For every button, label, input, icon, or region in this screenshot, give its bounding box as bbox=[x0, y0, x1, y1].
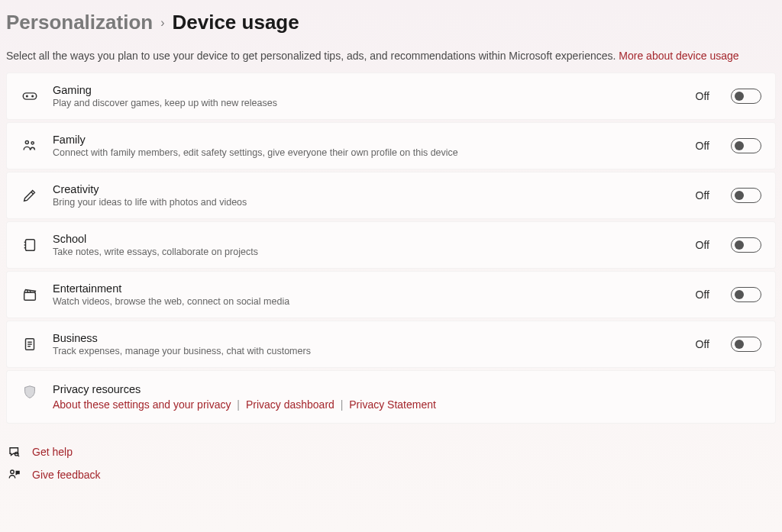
shield-icon bbox=[21, 383, 39, 401]
setting-title: Entertainment bbox=[53, 282, 682, 295]
svg-point-2 bbox=[32, 95, 34, 97]
help-icon bbox=[8, 445, 21, 459]
setting-desc: Take notes, write essays, collaborate on… bbox=[53, 247, 682, 257]
toggle-state-label: Off bbox=[696, 189, 709, 202]
chevron-right-icon: › bbox=[160, 16, 164, 30]
toggle-business[interactable] bbox=[731, 337, 761, 352]
setting-row-school: School Take notes, write essays, collabo… bbox=[6, 221, 776, 269]
svg-rect-0 bbox=[23, 93, 36, 99]
privacy-links: About these settings and your privacy | … bbox=[53, 398, 761, 411]
toggle-creativity[interactable] bbox=[731, 188, 761, 203]
privacy-link-statement[interactable]: Privacy Statement bbox=[349, 398, 436, 411]
svg-point-3 bbox=[25, 140, 28, 143]
setting-row-business: Business Track expenses, manage your bus… bbox=[6, 321, 776, 368]
svg-point-4 bbox=[31, 142, 34, 144]
setting-title: Gaming bbox=[53, 84, 682, 96]
toggle-state-label: Off bbox=[696, 90, 709, 102]
breadcrumb: Personalization › Device usage bbox=[6, 11, 776, 34]
setting-desc: Play and discover games, keep up with ne… bbox=[53, 98, 682, 108]
setting-desc: Track expenses, manage your business, ch… bbox=[53, 346, 682, 356]
toggle-state-label: Off bbox=[696, 140, 709, 152]
svg-line-17 bbox=[18, 455, 19, 456]
page-subtitle: Select all the ways you plan to use your… bbox=[6, 50, 776, 62]
setting-title: Creativity bbox=[53, 183, 682, 195]
toggle-school[interactable] bbox=[731, 237, 761, 253]
toggle-gaming[interactable] bbox=[731, 89, 761, 104]
setting-row-gaming: Gaming Play and discover games, keep up … bbox=[6, 73, 776, 120]
setting-row-entertainment: Entertainment Watch videos, browse the w… bbox=[6, 271, 776, 318]
setting-desc: Bring your ideas to life with photos and… bbox=[53, 197, 682, 208]
svg-rect-9 bbox=[24, 292, 36, 300]
privacy-resources-card: Privacy resources About these settings a… bbox=[6, 370, 776, 424]
notebook-icon bbox=[21, 236, 39, 254]
setting-title: School bbox=[53, 233, 682, 245]
privacy-link-dashboard[interactable]: Privacy dashboard bbox=[246, 398, 334, 411]
document-icon bbox=[21, 335, 39, 353]
get-help-label: Get help bbox=[32, 446, 73, 458]
setting-desc: Watch videos, browse the web, connect on… bbox=[53, 296, 682, 307]
separator: | bbox=[338, 398, 347, 411]
setting-row-creativity: Creativity Bring your ideas to life with… bbox=[6, 172, 776, 219]
clapperboard-icon bbox=[21, 285, 39, 304]
svg-point-1 bbox=[27, 95, 28, 97]
paintbrush-icon bbox=[21, 186, 39, 205]
setting-row-family: Family Connect with family members, edit… bbox=[6, 122, 776, 169]
feedback-icon bbox=[8, 468, 21, 482]
setting-title: Business bbox=[53, 332, 682, 344]
page-title: Device usage bbox=[172, 11, 299, 34]
setting-desc: Connect with family members, edit safety… bbox=[53, 147, 682, 158]
more-about-device-usage-link[interactable]: More about device usage bbox=[619, 50, 738, 62]
setting-title: Family bbox=[53, 134, 682, 146]
subtitle-text: Select all the ways you plan to use your… bbox=[6, 50, 619, 62]
give-feedback-label: Give feedback bbox=[32, 469, 101, 481]
toggle-entertainment[interactable] bbox=[731, 287, 761, 302]
privacy-link-about[interactable]: About these settings and your privacy bbox=[53, 398, 231, 411]
svg-rect-5 bbox=[26, 240, 35, 251]
toggle-state-label: Off bbox=[696, 239, 709, 251]
get-help-link[interactable]: Get help bbox=[8, 445, 776, 459]
privacy-title: Privacy resources bbox=[53, 383, 761, 395]
svg-point-18 bbox=[11, 470, 15, 474]
give-feedback-link[interactable]: Give feedback bbox=[8, 468, 776, 482]
toggle-state-label: Off bbox=[696, 289, 709, 301]
breadcrumb-parent[interactable]: Personalization bbox=[6, 11, 153, 34]
gamepad-icon bbox=[21, 87, 39, 105]
separator: | bbox=[234, 398, 243, 411]
toggle-family[interactable] bbox=[731, 138, 761, 153]
family-icon bbox=[21, 137, 39, 155]
toggle-state-label: Off bbox=[696, 338, 709, 350]
